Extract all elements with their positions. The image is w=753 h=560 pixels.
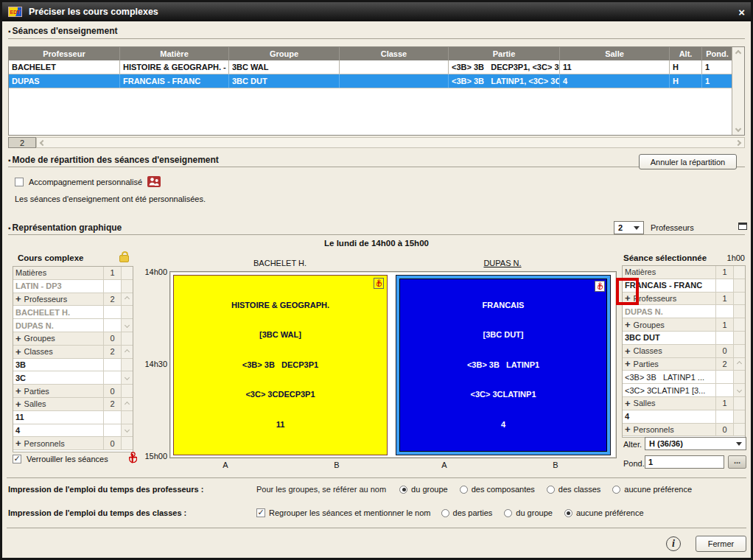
pond-more-button[interactable]: ... — [728, 455, 746, 469]
plus-icon[interactable]: + — [15, 347, 21, 357]
annuler-repartition-button[interactable]: Annuler la répartition — [639, 154, 737, 169]
right-row-professeur-value[interactable]: DUPAS N. — [623, 305, 745, 318]
right-row-matiere-value[interactable]: FRANCAIS - FRANC — [623, 279, 745, 293]
accompagnement-checkbox[interactable] — [15, 178, 24, 186]
regrouper-checkbox[interactable] — [256, 508, 265, 517]
subcolumn-label: A — [437, 461, 452, 469]
right-row-personnels[interactable]: +Personnels0 — [623, 424, 745, 437]
scroll-right-icon[interactable] — [735, 139, 741, 145]
column-header-dupas[interactable]: DUPAS N. — [394, 259, 611, 267]
plus-icon[interactable]: + — [625, 359, 631, 368]
radio-des-parties[interactable]: des parties — [441, 508, 493, 517]
right-row-groupes[interactable]: +Groupes1 — [623, 318, 745, 332]
right-row-matieres[interactable]: Matières1 — [623, 266, 745, 279]
left-row-classe-value[interactable]: 3B — [13, 359, 133, 372]
plus-icon[interactable]: + — [625, 346, 631, 356]
left-row-groupes[interactable]: +Groupes0 — [13, 332, 133, 346]
right-row-salle-value[interactable]: 4 — [623, 410, 745, 424]
scroll-left-icon[interactable] — [40, 139, 46, 145]
seance-block-histoire[interactable]: HISTOIRE & GEOGRAPH. [3BC WAL] <3B> 3B D… — [173, 275, 388, 455]
cell-matiere: FRANCAIS - FRANC — [120, 74, 229, 88]
scroll-up-icon[interactable] — [125, 349, 130, 354]
impression-classes-row: Impression de l'emploi du temps des clas… — [8, 506, 745, 519]
radio-des-classes[interactable]: des classes — [547, 485, 600, 494]
plus-icon[interactable]: + — [15, 334, 21, 343]
right-row-partie-value[interactable]: <3C> 3CLATINP1 [3... — [623, 384, 745, 397]
radio-icon[interactable] — [547, 486, 555, 494]
block-line: <3B> 3B LATINP1 — [467, 360, 539, 371]
col-classe: Classe — [340, 47, 449, 60]
chevron-down-icon — [736, 442, 742, 446]
right-row-salles[interactable]: +Salles1 — [623, 397, 745, 410]
radio-label: aucune préférence — [624, 485, 692, 494]
subcolumn-label: A — [218, 461, 233, 469]
left-row-salle-value[interactable]: 4 — [13, 424, 133, 438]
plus-icon[interactable]: + — [15, 294, 21, 304]
right-row-groupe-value[interactable]: 3BC DUT — [623, 332, 745, 345]
left-row-matiere-value[interactable]: LATIN - DP3 — [13, 280, 133, 293]
left-row-classe-value[interactable]: 3C — [13, 371, 133, 385]
info-icon[interactable]: i — [666, 536, 681, 551]
right-row-parties[interactable]: +Parties2 — [623, 358, 745, 371]
scroll-down-icon[interactable] — [737, 388, 742, 393]
pond-input[interactable]: 1 — [645, 455, 724, 469]
seance-block-francais-selected[interactable]: FRANCAIS [3BC DUT] <3B> 3B LATINP1 <3C> … — [396, 275, 611, 455]
radio-des-composantes[interactable]: des composantes — [460, 485, 535, 494]
radio-du-groupe[interactable]: du groupe — [399, 485, 448, 494]
table-row[interactable]: BACHELET HISTOIRE & GEOGRAPH. - HI 3BC W… — [9, 60, 744, 74]
cell-classe — [340, 60, 449, 74]
schedule-grid: HISTOIRE & GEOGRAPH. [3BC WAL] <3B> 3B D… — [169, 271, 617, 458]
scroll-up-icon[interactable] — [125, 296, 130, 301]
verrouiller-checkbox[interactable] — [13, 455, 21, 463]
radio-icon[interactable] — [612, 486, 620, 494]
left-row-professeur-value[interactable]: DUPAS N. — [13, 319, 133, 332]
maximize-icon[interactable] — [738, 223, 747, 230]
close-icon[interactable]: × — [738, 7, 745, 18]
alter-dropdown[interactable]: H (36/36) — [645, 437, 746, 450]
left-row-classes[interactable]: +Classes2 — [13, 346, 133, 359]
table-row-selected[interactable]: DUPAS FRANCAIS - FRANC 3BC DUT <3B> 3B L… — [9, 74, 744, 88]
impression-professeurs-row: Impression de l'emploi du temps des prof… — [8, 483, 745, 496]
scroll-down-icon[interactable] — [735, 126, 741, 132]
scroll-down-icon[interactable] — [125, 375, 130, 380]
scroll-down-icon[interactable] — [125, 323, 130, 328]
section-mode-title: Mode de répartition des séances d'enseig… — [8, 155, 219, 165]
right-row-classes[interactable]: +Classes0 — [623, 345, 745, 358]
regrouper-checkbox-group[interactable]: Regrouper les séances et mentionner le n… — [256, 508, 431, 517]
radio-aucune-preference[interactable]: aucune préférence — [564, 508, 644, 517]
left-row-salles[interactable]: +Salles2 — [13, 398, 133, 411]
plus-icon[interactable]: + — [625, 399, 631, 408]
table-vertical-scrollbar[interactable] — [732, 47, 744, 135]
radio-icon[interactable] — [460, 486, 468, 494]
scroll-up-icon[interactable] — [737, 361, 742, 366]
left-row-professeur-value[interactable]: BACHELET H. — [13, 306, 133, 319]
plus-icon[interactable]: + — [625, 320, 631, 329]
radio-aucune-preference[interactable]: aucune préférence — [612, 485, 692, 494]
plus-icon[interactable]: + — [625, 424, 631, 434]
fermer-button[interactable]: Fermer — [696, 536, 746, 552]
col-partie: Partie — [449, 47, 560, 60]
radio-icon[interactable] — [504, 509, 512, 517]
radio-icon[interactable] — [441, 509, 449, 517]
right-row-professeurs[interactable]: +Professeurs1 — [623, 293, 745, 306]
cell-groupe: 3BC WAL — [229, 60, 340, 74]
radio-du-groupe[interactable]: du groupe — [504, 508, 553, 517]
groupes-note: Pour les groupes, se référer au nom — [256, 485, 386, 494]
plus-icon[interactable]: + — [15, 386, 21, 396]
left-row-salle-value[interactable]: 11 — [13, 411, 133, 424]
scroll-up-icon[interactable] — [735, 50, 741, 56]
plus-icon[interactable]: + — [15, 438, 21, 448]
left-row-personnels[interactable]: +Personnels0 — [13, 437, 133, 450]
count-selector-dropdown[interactable]: 2 — [614, 221, 644, 234]
left-row-matieres[interactable]: Matières1 — [13, 267, 133, 280]
scroll-up-icon[interactable] — [125, 402, 130, 407]
left-row-professeurs[interactable]: +Professeurs2 — [13, 293, 133, 307]
radio-icon[interactable] — [399, 486, 407, 494]
plus-icon[interactable]: + — [15, 399, 21, 409]
radio-icon[interactable] — [564, 509, 572, 517]
right-row-partie-value[interactable]: <3B> 3B LATINP1 ... — [623, 371, 745, 384]
table-horizontal-scrollbar[interactable] — [36, 137, 745, 148]
scroll-down-icon[interactable] — [125, 427, 130, 433]
cell-alt: H — [670, 60, 702, 74]
left-row-parties[interactable]: +Parties0 — [13, 385, 133, 398]
